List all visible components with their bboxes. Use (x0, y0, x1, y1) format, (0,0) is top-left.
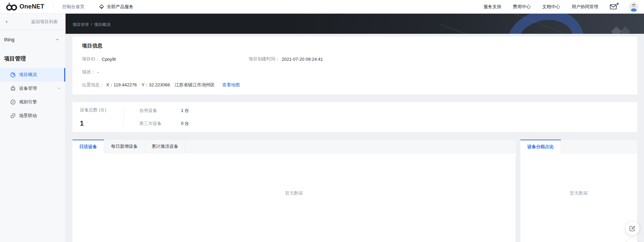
navbar-right: 服务支持 费用中心 文档中心 用户协同管理 (484, 2, 639, 12)
page-title: thing (72, 33, 95, 34)
main-area: 项目管理 / 项目概况 thing 智能家居 项目概况展示项目基础信息及项目资源… (66, 14, 644, 242)
activity-chart-area: 暂无数据 (72, 153, 516, 242)
device-activity-panel: 日活设备 每日新增设备 累计激活设备 暂无数据 (72, 140, 516, 242)
chevron-down-icon (57, 87, 60, 89)
chevron-down-icon (56, 39, 59, 41)
created-time-value: 2021-07-20 09:24:41 (282, 57, 323, 62)
created-time-label: 项目创建时间： (249, 56, 280, 62)
breadcrumb-section[interactable]: 项目管理 (72, 22, 89, 28)
project-info-card: 项目信息 项目ID： Cpoy9t 项目创建时间： 2021-07-20 09:… (72, 37, 637, 95)
sidebar-item-label: 规则引擎 (19, 99, 37, 105)
nav-link-docs-center[interactable]: 文档中心 (542, 4, 560, 10)
mail-icon (610, 4, 617, 10)
user-avatar[interactable] (629, 2, 639, 12)
sidebar: 返回项目列表 thing 项目管理 项目概况 (0, 14, 66, 242)
tab-bar-filler (561, 140, 637, 153)
sidebar-item-label: 项目概况 (19, 72, 37, 78)
tab-device-group-ratio[interactable]: 设备分组占比 (520, 140, 561, 153)
nav-link-billing-center[interactable]: 费用中心 (513, 4, 531, 10)
diamond-icon (99, 4, 104, 9)
project-selector[interactable]: thing (0, 30, 65, 49)
hero-banner: 项目管理 / 项目概况 thing 智能家居 项目概况展示项目基础信息及项目资源… (66, 14, 644, 34)
project-id-label: 项目ID： (82, 56, 100, 62)
location-y-value: Y：32.223068 (141, 82, 170, 88)
description-label: 描述： (82, 69, 95, 75)
feedback-edit-button[interactable] (626, 222, 639, 235)
onenet-logo-icon (5, 2, 18, 11)
device-stats-card: 设备总数 (台) 1 自有设备 1 台 第三方设备 0 台 (72, 102, 637, 132)
scene-link-icon (10, 113, 16, 118)
group-chart-area: 暂无数据 (520, 153, 637, 242)
empty-data-text: 暂无数据 (520, 190, 637, 196)
device-icon (10, 86, 16, 91)
navbar-left: OneNET 控制台首页 全部产品服务 (5, 2, 134, 11)
sidebar-item-rule-engine[interactable]: 规则引擎 (0, 95, 65, 109)
gauge-icon (10, 99, 16, 105)
project-id-field: 项目ID： Cpoy9t (82, 56, 249, 62)
tab-daily-new-devices[interactable]: 每日新增设备 (104, 140, 145, 153)
stats-divider (124, 107, 124, 127)
info-row-2: 描述： - (82, 69, 628, 75)
nav-divider (53, 4, 54, 10)
device-total-value: 1 (80, 119, 124, 127)
breadcrumb: 项目管理 / 项目概况 (72, 22, 644, 28)
device-total-label: 设备总数 (台) (80, 107, 124, 113)
nav-all-products[interactable]: 全部产品服务 (99, 4, 134, 10)
breadcrumb-current: 项目概况 (94, 22, 110, 28)
nav-link-service-support[interactable]: 服务支持 (484, 4, 501, 10)
pie-chart-icon (10, 72, 16, 77)
project-id-value: Cpoy9t (102, 57, 116, 62)
activity-tab-bar: 日活设备 每日新增设备 累计激活设备 (72, 140, 516, 153)
top-navbar: OneNET 控制台首页 全部产品服务 服务支持 费用中心 文档中心 用户协同管… (0, 0, 644, 14)
sidebar-item-scene-linkage[interactable]: 场景联动 (0, 109, 65, 123)
project-info-title: 项目信息 (82, 43, 628, 49)
tab-bar-filler (185, 140, 516, 153)
nav-link-user-collaboration[interactable]: 用户协同管理 (572, 4, 598, 10)
tab-daily-active-devices[interactable]: 日活设备 (72, 140, 104, 153)
description-field: 描述： - (82, 69, 99, 75)
project-selector-value: thing (4, 37, 14, 42)
nav-link-console-home[interactable]: 控制台首页 (62, 4, 85, 10)
created-time-field: 项目创建时间： 2021-07-20 09:24:41 (249, 56, 323, 62)
breadcrumb-separator: / (91, 22, 92, 28)
edit-pencil-icon (629, 225, 635, 231)
back-label: 返回项目列表 (31, 19, 58, 25)
logo-text: OneNET (19, 3, 44, 10)
third-party-devices-row: 第三方设备 0 台 (139, 120, 189, 127)
location-region: 江苏省镇江市润州区 (175, 82, 215, 88)
location-label: 位置信息： (82, 82, 104, 88)
view-map-link[interactable]: 查看地图 (222, 82, 240, 88)
messages-button[interactable] (610, 4, 617, 10)
group-tab-bar: 设备分组占比 (520, 140, 637, 153)
third-party-devices-value: 0 台 (181, 120, 189, 127)
sidebar-item-device-management[interactable]: 设备管理 (0, 82, 65, 95)
sidebar-item-label: 设备管理 (19, 85, 37, 91)
content-area: 项目信息 项目ID： Cpoy9t 项目创建时间： 2021-07-20 09:… (66, 34, 644, 242)
hero-title-row: thing 智能家居 (72, 33, 644, 34)
own-devices-label: 自有设备 (139, 108, 181, 114)
onenet-logo[interactable]: OneNET (5, 2, 44, 11)
back-to-project-list[interactable]: 返回项目列表 (0, 14, 65, 30)
own-devices-row: 自有设备 1 台 (139, 108, 189, 114)
app-body: 返回项目列表 thing 项目管理 项目概况 (0, 14, 644, 242)
empty-data-text: 暂无数据 (72, 190, 516, 196)
sidebar-item-project-overview[interactable]: 项目概况 (0, 68, 65, 82)
charts-row: 日活设备 每日新增设备 累计激活设备 暂无数据 设备分组占比 (72, 140, 637, 242)
sidebar-item-label: 场景联动 (19, 113, 37, 119)
description-value: - (97, 70, 99, 75)
info-row-3: 位置信息： X：119.442276 Y：32.223068 江苏省镇江市润州区… (82, 82, 628, 88)
third-party-devices-label: 第三方设备 (139, 120, 181, 127)
location-x-value: X：119.442276 (106, 82, 137, 88)
sidebar-section-title: 项目管理 (0, 49, 65, 68)
back-arrow-icon (5, 20, 8, 24)
info-row-1: 项目ID： Cpoy9t 项目创建时间： 2021-07-20 09:24:41 (82, 56, 628, 62)
device-total-block: 设备总数 (台) 1 (80, 107, 124, 127)
unread-badge-dot (617, 3, 619, 5)
nav-all-products-label: 全部产品服务 (107, 4, 134, 10)
tab-total-activated-devices[interactable]: 累计激活设备 (145, 140, 185, 153)
device-group-panel: 设备分组占比 暂无数据 (520, 140, 637, 242)
device-breakdown: 自有设备 1 台 第三方设备 0 台 (139, 107, 189, 127)
own-devices-value: 1 台 (181, 108, 189, 114)
